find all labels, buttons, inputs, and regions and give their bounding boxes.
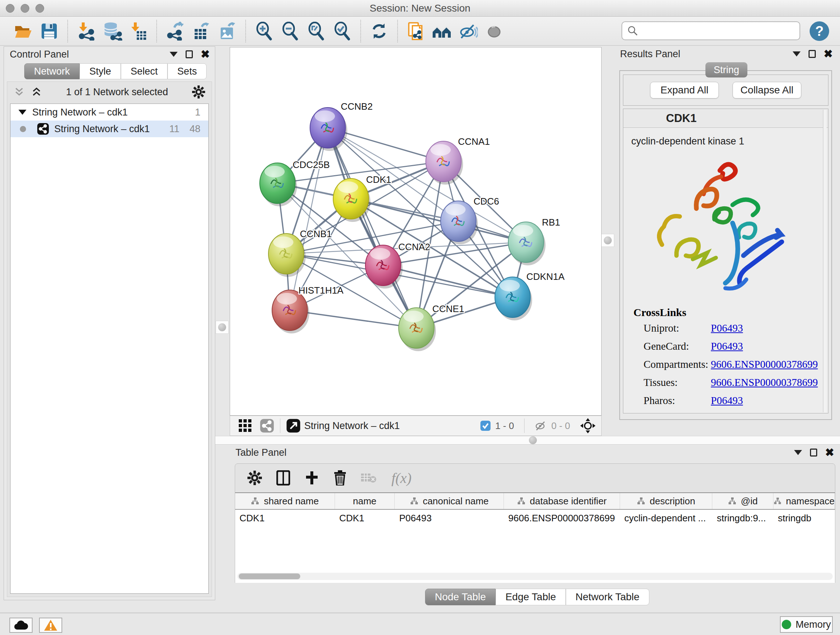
first-neighbors-button[interactable] [429, 19, 455, 43]
maximize-window-button[interactable] [35, 4, 44, 13]
birds-eye-icon[interactable] [579, 417, 596, 434]
float-panel-icon[interactable] [186, 50, 193, 58]
collapse-all-icon[interactable] [14, 87, 25, 97]
network-node-ccnb2[interactable]: CCNB2 [310, 101, 373, 151]
panel-menu-icon[interactable] [794, 450, 802, 455]
panel-menu-icon[interactable] [170, 52, 178, 57]
delete-trash-icon[interactable] [333, 470, 347, 486]
expand-all-icon[interactable] [31, 87, 42, 97]
network-node-hist1h1a[interactable]: HIST1H1A [272, 285, 344, 333]
column-header-shared-name[interactable]: shared name [235, 493, 335, 509]
network-node-cdkn1a[interactable]: CDKN1A [495, 271, 565, 320]
network-canvas[interactable]: CCNB2CCNA1CDC25BCDK1CDC6RB1CCNB1CCNA2CDK… [230, 47, 602, 416]
hidden-eye-icon[interactable] [535, 420, 547, 431]
preview-button[interactable] [481, 19, 507, 43]
open-session-button[interactable] [10, 19, 36, 43]
crosslink-uniprot-link[interactable]: P06493 [711, 322, 743, 334]
tab-node-table[interactable]: Node Table [425, 589, 496, 605]
detach-view-icon[interactable] [286, 418, 301, 433]
import-network-from-database-button[interactable] [99, 19, 125, 43]
help-button[interactable]: ? [810, 21, 829, 41]
close-window-button[interactable] [6, 4, 14, 13]
tab-style[interactable]: Style [80, 63, 121, 79]
zoom-selected-button[interactable] [329, 19, 355, 43]
tab-sets[interactable]: Sets [167, 63, 207, 79]
close-panel-icon[interactable]: ✖ [825, 447, 834, 458]
table-cell[interactable]: stringdb:9... [712, 510, 774, 526]
crosslink-pharos-link[interactable]: P06493 [711, 394, 743, 407]
table-cell[interactable]: CDK1 [335, 510, 395, 526]
crosslink-tissues-link[interactable]: 9606.ENSP00000378699 [711, 377, 818, 388]
float-panel-icon[interactable] [810, 448, 817, 456]
network-node-cdk1[interactable]: CDK1 [333, 174, 391, 222]
gear-icon[interactable] [192, 86, 205, 98]
tab-network[interactable]: Network [24, 63, 80, 79]
network-row[interactable]: String Network – cdk1 11 48 [11, 120, 208, 137]
memory-button[interactable]: Memory [780, 616, 833, 633]
column-header-database-identifier[interactable]: database identifier [504, 493, 620, 509]
global-search[interactable] [622, 21, 800, 40]
zoom-in-button[interactable] [251, 19, 277, 43]
export-image-button[interactable] [214, 19, 240, 43]
warning-status-button[interactable] [39, 618, 62, 633]
left-splitter-handle[interactable] [216, 321, 229, 334]
results-scrollbar[interactable] [823, 110, 827, 412]
tab-string[interactable]: String [706, 62, 747, 78]
network-node-ccna1[interactable]: CCNA1 [426, 136, 490, 185]
minimize-window-button[interactable] [21, 4, 29, 13]
window-controls[interactable] [6, 4, 44, 13]
table-cell[interactable]: CDK1 [235, 510, 335, 526]
right-splitter[interactable] [601, 46, 615, 436]
close-panel-icon[interactable]: ✖ [201, 49, 210, 60]
grid-mode-icon[interactable] [238, 418, 253, 433]
network-node-cdc6[interactable]: CDC6 [441, 196, 499, 244]
import-table-button[interactable] [125, 19, 151, 43]
collapse-all-button[interactable]: Collapse All [733, 82, 801, 98]
import-network-button[interactable] [73, 19, 99, 43]
selected-checkbox-icon[interactable] [480, 420, 491, 431]
table-cell[interactable]: 9606.ENSP00000378699 [504, 510, 620, 526]
table-cell[interactable]: stringdb [774, 510, 835, 526]
network-node-ccnb1[interactable]: CCNB1 [268, 228, 332, 277]
network-node-cdc25b[interactable]: CDC25B [260, 159, 330, 206]
close-panel-icon[interactable]: ✖ [824, 49, 833, 59]
show-hide-button[interactable] [455, 19, 481, 43]
table-cell[interactable]: cyclin-dependent ... [620, 510, 713, 526]
show-columns-icon[interactable] [276, 470, 290, 486]
export-table-button[interactable] [188, 19, 214, 43]
network-edge[interactable] [328, 128, 416, 328]
node-table[interactable]: shared namenamecanonical namedatabase id… [235, 492, 835, 583]
network-node-ccne1[interactable]: CCNE1 [399, 303, 464, 351]
add-column-icon[interactable] [305, 470, 319, 485]
right-splitter-handle[interactable] [601, 234, 614, 247]
network-mode-icon[interactable] [260, 418, 274, 433]
float-panel-icon[interactable] [808, 50, 816, 58]
table-hscrollbar[interactable] [237, 573, 833, 580]
zoom-fit-button[interactable] [303, 19, 329, 43]
expand-all-button[interactable]: Expand All [650, 82, 719, 98]
crosslink-compartments-link[interactable]: 9606.ENSP00000378699 [711, 358, 818, 371]
column-header--id[interactable]: @id [712, 493, 774, 509]
table-cell[interactable]: P06493 [395, 510, 504, 526]
refresh-button[interactable] [366, 19, 392, 43]
collection-expander-icon[interactable] [19, 110, 27, 115]
column-header-name[interactable]: name [335, 493, 395, 509]
panel-menu-icon[interactable] [793, 51, 801, 57]
network-collection-row[interactable]: String Network – cdk1 1 [11, 104, 208, 120]
table-settings-gear-icon[interactable] [248, 470, 262, 485]
column-header-namespace[interactable]: namespace [774, 493, 835, 509]
tab-network-table[interactable]: Network Table [566, 589, 649, 605]
network-edge[interactable] [290, 128, 328, 310]
tab-edge-table[interactable]: Edge Table [496, 589, 566, 605]
horizontal-splitter[interactable] [215, 436, 840, 445]
column-header-description[interactable]: description [620, 493, 713, 509]
search-input[interactable] [638, 25, 790, 36]
network-node-rb1[interactable]: RB1 [508, 217, 561, 265]
crosslink-genecard-link[interactable]: P06493 [711, 340, 743, 352]
network-edge[interactable] [351, 199, 526, 242]
zoom-out-button[interactable] [277, 19, 303, 43]
cloud-status-button[interactable] [9, 618, 33, 633]
left-splitter[interactable] [215, 46, 230, 600]
column-header-canonical-name[interactable]: canonical name [395, 493, 504, 509]
network-graph[interactable]: CCNB2CCNA1CDC25BCDK1CDC6RB1CCNB1CCNA2CDK… [230, 48, 601, 415]
